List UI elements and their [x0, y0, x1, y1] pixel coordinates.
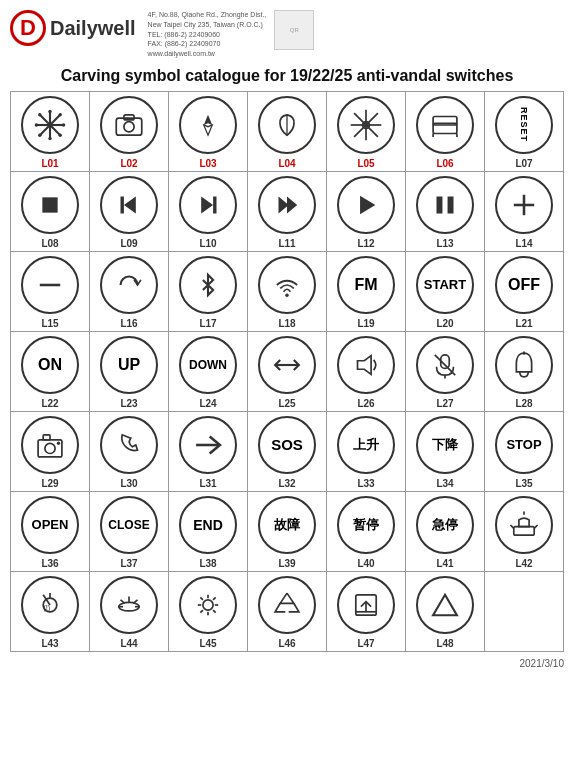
table-row: L42 — [485, 491, 564, 571]
table-row: ON L22 — [11, 331, 90, 411]
symbol-cell: L30 — [92, 416, 166, 489]
symbol-icon — [179, 176, 237, 234]
symbol-cell: L06 — [408, 96, 482, 169]
symbol-icon: 故障 — [258, 496, 316, 554]
symbol-icon — [416, 336, 474, 394]
svg-point-8 — [38, 113, 41, 116]
symbol-cell: SOS L32 — [250, 416, 324, 489]
footer-date: 2021/3/10 — [10, 658, 564, 669]
svg-line-71 — [200, 597, 203, 600]
symbol-cell: CLOSE L37 — [92, 496, 166, 569]
symbol-label: L31 — [199, 478, 216, 489]
logo-area: D Dailywell — [10, 10, 136, 46]
svg-point-50 — [57, 442, 60, 445]
symbol-icon: 上升 — [337, 416, 395, 474]
symbol-label: L15 — [41, 318, 58, 329]
symbol-cell: L31 — [171, 416, 245, 489]
symbol-cell: L42 — [487, 496, 561, 569]
table-row: L15 — [11, 251, 90, 331]
table-row: L29 — [11, 411, 90, 491]
symbol-label: L40 — [357, 558, 374, 569]
symbol-cell: L16 — [92, 256, 166, 329]
symbol-label: L02 — [120, 158, 137, 169]
table-row — [485, 571, 564, 651]
symbol-icon: STOP — [495, 416, 553, 474]
logo-text: Dailywell — [50, 17, 136, 40]
table-row: L48 — [406, 571, 485, 651]
table-row: SOS L32 — [248, 411, 327, 491]
symbol-label: L35 — [515, 478, 532, 489]
table-row: (!) L43 — [11, 571, 90, 651]
table-row: OFF L21 — [485, 251, 564, 331]
symbol-cell: ON L22 — [13, 336, 87, 409]
symbol-label: L11 — [278, 238, 295, 249]
symbol-cell: L17 — [171, 256, 245, 329]
symbol-label: L38 — [199, 558, 216, 569]
symbol-icon: CLOSE — [100, 496, 158, 554]
svg-point-4 — [48, 110, 51, 113]
symbol-label: L19 — [357, 318, 374, 329]
table-row: L27 — [406, 331, 485, 411]
symbol-icon: FM — [337, 256, 395, 314]
symbol-label: L06 — [436, 158, 453, 169]
svg-marker-34 — [360, 196, 375, 215]
svg-point-6 — [35, 123, 38, 126]
symbol-label: L47 — [357, 638, 374, 649]
svg-point-7 — [62, 123, 65, 126]
symbol-icon — [495, 496, 553, 554]
symbol-label: L41 — [436, 558, 453, 569]
symbol-label: L32 — [278, 478, 295, 489]
symbol-cell: FM L19 — [329, 256, 403, 329]
symbol-cell: OPEN L36 — [13, 496, 87, 569]
logo-d-icon: D — [10, 10, 46, 46]
table-row: L01 — [11, 91, 90, 171]
qr-code: QR — [274, 10, 314, 50]
symbol-icon — [258, 336, 316, 394]
svg-rect-35 — [437, 196, 443, 213]
symbol-label: L24 — [199, 398, 216, 409]
table-row: L04 — [248, 91, 327, 171]
symbol-icon: OFF — [495, 256, 553, 314]
symbol-icon: START — [416, 256, 474, 314]
table-row: L02 — [90, 91, 169, 171]
symbol-cell: L02 — [92, 96, 166, 169]
table-row: L06 — [406, 91, 485, 171]
table-row: L18 — [248, 251, 327, 331]
symbol-label: L25 — [278, 398, 295, 409]
symbol-label: L07 — [515, 158, 532, 169]
table-row: L13 — [406, 171, 485, 251]
symbol-label: L43 — [41, 638, 58, 649]
symbol-icon — [416, 576, 474, 634]
symbol-icon — [258, 176, 316, 234]
symbol-label: L39 — [278, 558, 295, 569]
symbol-label: L36 — [41, 558, 58, 569]
symbol-label: L42 — [515, 558, 532, 569]
table-row: L17 — [169, 251, 248, 331]
symbol-cell: UP L23 — [92, 336, 166, 409]
symbol-icon — [337, 96, 395, 154]
symbol-cell: L09 — [92, 176, 166, 249]
symbol-cell: L11 — [250, 176, 324, 249]
symbol-icon — [179, 576, 237, 634]
symbol-cell: L28 — [487, 336, 561, 409]
svg-marker-33 — [287, 196, 297, 213]
symbol-label: L34 — [436, 478, 453, 489]
symbol-label: L13 — [436, 238, 453, 249]
symbol-cell: L45 — [171, 576, 245, 649]
symbol-icon — [21, 256, 79, 314]
symbol-label: L18 — [278, 318, 295, 329]
svg-point-48 — [45, 443, 55, 453]
table-row: L44 — [90, 571, 169, 651]
symbol-cell: L08 — [13, 176, 87, 249]
symbol-cell: L15 — [13, 256, 87, 329]
table-row: OPEN L36 — [11, 491, 90, 571]
symbol-label: L10 — [199, 238, 216, 249]
svg-point-66 — [203, 600, 213, 610]
symbol-icon — [258, 256, 316, 314]
symbol-label: L27 — [436, 398, 453, 409]
symbol-cell: L14 — [487, 176, 561, 249]
svg-line-53 — [510, 525, 513, 528]
symbol-label: L03 — [199, 158, 216, 169]
symbol-label: L17 — [199, 318, 216, 329]
symbol-label: L23 — [120, 398, 137, 409]
